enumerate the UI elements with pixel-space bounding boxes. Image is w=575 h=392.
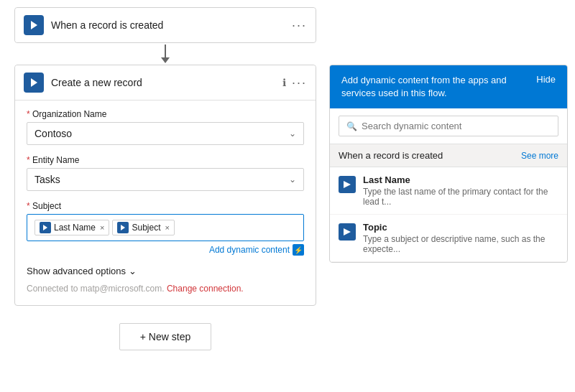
create-record-title: Create a new record xyxy=(51,77,277,88)
svg-marker-2 xyxy=(43,225,47,230)
svg-marker-4 xyxy=(344,181,351,188)
dynamic-item-last-name-icon xyxy=(339,176,356,193)
create-record-card: Create a new record ℹ ··· * Organization… xyxy=(14,65,316,306)
entity-select[interactable]: Tasks ⌄ xyxy=(27,168,304,191)
connection-info: Connected to matp@microsoft.com. Change … xyxy=(27,284,304,294)
search-input[interactable] xyxy=(362,121,551,131)
svg-marker-0 xyxy=(31,21,37,29)
dynamic-content-panel: Add dynamic content from the apps and se… xyxy=(329,65,568,263)
token-subject[interactable]: Subject × xyxy=(112,220,174,235)
dynamic-section-title: When a record is created xyxy=(339,150,443,161)
subject-label: * Subject xyxy=(27,201,304,211)
token-last-name-icon xyxy=(40,222,51,233)
see-more-link[interactable]: See more xyxy=(521,151,558,161)
connection-text: Connected to matp@microsoft.com. xyxy=(27,284,165,294)
token-subject-icon xyxy=(117,222,129,233)
add-dynamic-content-label: Add dynamic content xyxy=(209,245,290,255)
dynamic-panel-title: Add dynamic content from the apps and se… xyxy=(341,74,528,100)
trigger-step-icon xyxy=(24,15,44,35)
entity-value: Tasks xyxy=(34,174,60,185)
trigger-card: When a record is created ··· xyxy=(14,7,316,43)
show-advanced-button[interactable]: Show advanced options ⌄ xyxy=(27,266,304,276)
info-icon[interactable]: ℹ xyxy=(282,77,286,88)
organization-select[interactable]: Contoso ⌄ xyxy=(27,122,304,145)
dynamic-item-topic-title: Topic xyxy=(363,222,558,233)
entity-field-group: * Entity Name Tasks ⌄ xyxy=(27,155,304,191)
dynamic-panel-header: Add dynamic content from the apps and se… xyxy=(330,65,567,108)
token-last-name[interactable]: Last Name × xyxy=(34,220,109,235)
new-step-button[interactable]: + New step xyxy=(119,323,211,350)
organization-value: Contoso xyxy=(34,128,72,139)
organization-chevron-icon: ⌄ xyxy=(289,129,296,139)
add-dynamic-icon: ⚡ xyxy=(293,244,304,256)
show-advanced-chevron-icon: ⌄ xyxy=(129,266,137,276)
token-subject-label: Subject xyxy=(132,223,160,233)
flow-connector xyxy=(161,45,170,63)
hide-panel-button[interactable]: Hide xyxy=(536,74,556,85)
svg-marker-5 xyxy=(344,228,351,235)
dynamic-item-topic[interactable]: Topic Type a subject or descriptive name… xyxy=(330,215,567,262)
change-connection-link[interactable]: Change connection. xyxy=(167,284,244,294)
dynamic-item-last-name-desc: Type the last name of the primary contac… xyxy=(363,187,558,207)
subject-input[interactable]: Last Name × Subject × xyxy=(27,214,304,241)
add-dynamic-content-link[interactable]: Add dynamic content ⚡ xyxy=(27,244,304,256)
dynamic-item-last-name-title: Last Name xyxy=(363,174,558,185)
dynamic-item-topic-icon xyxy=(339,223,356,241)
dynamic-item-last-name[interactable]: Last Name Type the last name of the prim… xyxy=(330,167,567,215)
create-record-step-icon xyxy=(24,73,44,93)
token-last-name-remove[interactable]: × xyxy=(100,223,104,232)
search-box[interactable]: 🔍 xyxy=(339,116,558,136)
token-last-name-label: Last Name xyxy=(54,223,96,233)
dynamic-item-topic-desc: Type a subject or descriptive name, such… xyxy=(363,234,558,254)
subject-field-group: * Subject Last Name × xyxy=(27,201,304,256)
search-icon: 🔍 xyxy=(346,121,357,131)
create-record-menu-button[interactable]: ··· xyxy=(292,75,307,90)
organization-field-group: * Organization Name Contoso ⌄ xyxy=(27,109,304,145)
trigger-menu-button[interactable]: ··· xyxy=(292,18,307,33)
dynamic-panel-search: 🔍 xyxy=(330,108,567,144)
dynamic-section-header: When a record is created See more xyxy=(330,144,567,167)
token-subject-remove[interactable]: × xyxy=(165,223,170,232)
entity-chevron-icon: ⌄ xyxy=(289,174,296,185)
svg-marker-3 xyxy=(121,225,125,230)
entity-label: * Entity Name xyxy=(27,155,304,165)
show-advanced-label: Show advanced options xyxy=(27,266,126,276)
organization-label: * Organization Name xyxy=(27,109,304,119)
trigger-title: When a record is created xyxy=(51,19,286,31)
svg-marker-1 xyxy=(31,78,37,87)
